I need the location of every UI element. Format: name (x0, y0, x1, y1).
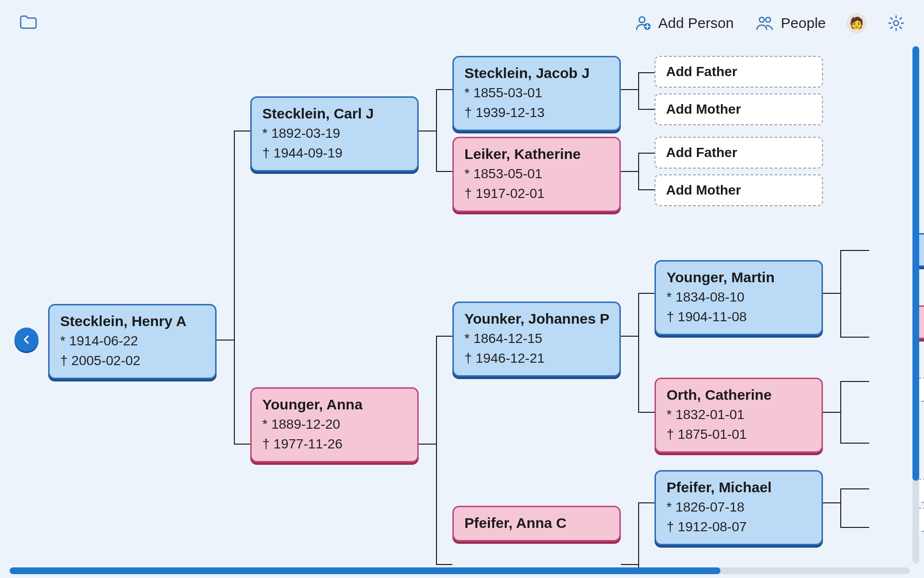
person-birth: * 1826-07-18 (667, 498, 811, 516)
connector (840, 381, 869, 382)
add-father-button[interactable]: Add Father (654, 137, 823, 169)
connector (638, 293, 654, 294)
person-name: Leiker, Katherine (464, 145, 609, 163)
person-death: † 1917-02-01 (464, 184, 609, 203)
connector (436, 89, 452, 90)
connector (840, 381, 841, 443)
connector (621, 336, 638, 337)
person-birth: * 1889-12-20 (262, 415, 407, 434)
add-father-button[interactable]: Add Father (654, 56, 823, 88)
connector (840, 488, 841, 527)
connector (436, 336, 437, 564)
svg-point-3 (766, 17, 770, 22)
connector (638, 109, 654, 110)
connector (638, 412, 654, 413)
connector (436, 564, 452, 565)
person-card-father[interactable]: Stecklein, Carl J * 1892-03-19 † 1944-09… (250, 96, 419, 171)
person-card-mother[interactable]: Younger, Anna * 1889-12-20 † 1977-11-26 (250, 387, 419, 462)
person-birth: * 1832-01-01 (667, 405, 811, 424)
person-birth: * 1853-05-01 (464, 164, 609, 183)
back-button[interactable] (14, 328, 38, 352)
svg-point-0 (639, 17, 645, 23)
connector (621, 171, 638, 172)
add-mother-label: Add Mother (666, 183, 741, 198)
person-card-mgf[interactable]: Younker, Johannes P * 1864-12-15 † 1946-… (452, 302, 621, 377)
connector (234, 131, 250, 131)
person-name: Younger, Martin (667, 268, 811, 287)
connector (823, 502, 840, 503)
person-name: Stecklein, Jacob J (464, 64, 609, 82)
svg-point-4 (894, 21, 898, 26)
add-mother-button[interactable]: Add Mother (654, 174, 823, 206)
connector (234, 444, 250, 445)
person-death: † 1939-12-13 (464, 103, 609, 122)
connector (840, 527, 869, 528)
person-card-root[interactable]: Stecklein, Henry A * 1914-06-22 † 2005-0… (48, 304, 217, 379)
connector (419, 131, 436, 131)
add-father-label: Add Father (666, 145, 737, 160)
person-name: Orth, Catherine (667, 386, 811, 404)
person-birth: * 1864-12-15 (464, 329, 609, 348)
connector (621, 89, 638, 90)
avatar[interactable]: 🧑 (847, 13, 866, 33)
horizontal-scrollbar-thumb[interactable] (10, 567, 720, 574)
connector (638, 153, 639, 189)
vertical-scrollbar-thumb[interactable] (912, 46, 919, 481)
connector (638, 153, 654, 154)
add-mother-button[interactable]: Add Mother (654, 93, 823, 125)
person-card-mgf-mother[interactable]: Orth, Catherine * 1832-01-01 † 1875-01-0… (654, 378, 823, 453)
person-card-mgf-father[interactable]: Younger, Martin * 1834-08-10 † 1904-11-0… (654, 260, 823, 335)
people-button[interactable]: People (755, 15, 826, 31)
connector (638, 502, 639, 567)
connector (638, 502, 654, 503)
person-death: † 1946-12-21 (464, 349, 609, 368)
person-card-mgm-father[interactable]: Pfeifer, Michael * 1826-07-18 † 1912-08-… (654, 470, 823, 545)
person-birth: * 1892-03-19 (262, 124, 407, 143)
person-death: † 2005-02-02 (60, 351, 205, 370)
person-name: Younker, Johannes P (464, 310, 609, 328)
connector (840, 250, 869, 251)
people-icon (755, 15, 774, 31)
svg-point-2 (759, 17, 764, 22)
person-name: Pfeifer, Anna C (464, 514, 609, 532)
chevron-left-icon (22, 335, 31, 344)
person-death: † 1875-01-01 (667, 425, 811, 444)
connector (234, 131, 235, 444)
add-person-button[interactable]: Add Person (634, 14, 734, 32)
connector (840, 488, 869, 489)
person-death: † 1977-11-26 (262, 434, 407, 453)
add-father-label: Add Father (666, 64, 737, 79)
person-card-pgm[interactable]: Leiker, Katherine * 1853-05-01 † 1917-02… (452, 137, 621, 212)
connector (436, 171, 452, 172)
connector (638, 189, 654, 190)
person-birth: * 1834-08-10 (667, 288, 811, 306)
connector (621, 564, 638, 565)
person-name: Stecklein, Carl J (262, 105, 407, 123)
topbar: Add Person People 🧑 (0, 0, 924, 46)
person-death: † 1912-08-07 (667, 517, 811, 536)
connector (419, 444, 436, 445)
people-label: People (781, 15, 826, 31)
tree-canvas[interactable]: Stecklein, Henry A * 1914-06-22 † 2005-0… (0, 46, 924, 567)
connector (823, 293, 840, 294)
connector (638, 72, 639, 109)
connector (840, 250, 841, 337)
connector (217, 340, 234, 341)
add-person-label: Add Person (658, 15, 734, 31)
horizontal-scrollbar[interactable] (10, 567, 910, 574)
person-birth: * 1914-06-22 (60, 331, 205, 350)
vertical-scrollbar[interactable] (912, 46, 919, 564)
connector (638, 293, 639, 412)
person-card-pgf[interactable]: Stecklein, Jacob J * 1855-03-01 † 1939-1… (452, 56, 621, 131)
connector (840, 443, 869, 444)
connector (436, 336, 452, 337)
connector (823, 412, 840, 413)
connector (840, 337, 869, 338)
person-birth: * 1855-03-01 (464, 83, 609, 102)
gear-icon[interactable] (887, 14, 905, 32)
person-card-mgm[interactable]: Pfeifer, Anna C (452, 506, 621, 541)
folder-icon[interactable] (19, 14, 38, 30)
connector (638, 72, 654, 73)
add-mother-label: Add Mother (666, 102, 741, 117)
person-name: Stecklein, Henry A (60, 312, 205, 330)
